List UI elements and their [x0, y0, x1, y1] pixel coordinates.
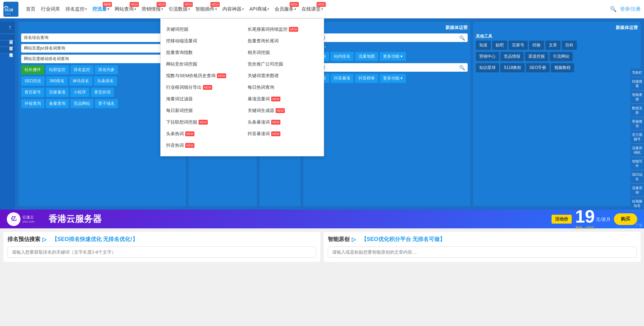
btn-shenma-rank[interactable]: 神马排名 [69, 76, 92, 86]
btn-zhidao[interactable]: 知道 [476, 41, 491, 50]
video-search[interactable]: 视频搜索 🔍 [306, 63, 468, 72]
nav-smart-plugin[interactable]: NEW 智能插件 ▾ [193, 0, 220, 18]
dropdown-item-batch-longtail[interactable]: 批量查询长尾词 [246, 35, 320, 47]
left-sidebar: ← 返回旧版 客服微信 官方视频号 [0, 18, 15, 210]
dropdown-item-mobile-traffic[interactable]: 挖移动端流量词 [164, 35, 239, 47]
nav-rank-monitor[interactable]: 排名监控 ▾ [63, 0, 90, 18]
btn-ppc-query[interactable]: 查竞价词 [91, 88, 114, 97]
pc-rank-search[interactable]: 网站百度pc排名词查询 🔍 [21, 44, 183, 53]
nav-home[interactable]: 首页 [23, 0, 38, 18]
dropdown-item-keyword-mining[interactable]: 关键词挖掘 [164, 24, 239, 35]
dropdown-item-toutiao-hot[interactable]: 头条热词 NEW [164, 128, 239, 140]
dropdown-item-douyin-surge[interactable]: 抖音暴涨词 NEW [246, 128, 320, 140]
nav-site-query[interactable]: NEW 网站查询 ▾ [112, 0, 139, 18]
btn-outlink[interactable]: 外链查询 [21, 99, 44, 108]
dropdown-item-longtail-monitor[interactable]: 长尾搜索词持续监控 NEW [246, 24, 320, 35]
rank-query-search[interactable]: 排名综合查询 🔍 [21, 33, 183, 42]
btn-douyin-rank[interactable]: 抖音榜单 [355, 74, 378, 83]
float-smart-search[interactable]: 智能累搜 [630, 90, 644, 104]
nav-api[interactable]: API商城 ▾ [247, 0, 272, 18]
btn-knowledge-planet[interactable]: 知识星球 [476, 63, 499, 72]
dropdown-item-batch-index[interactable]: 批量查询指数 [164, 47, 239, 58]
btn-baijia-surge[interactable]: 百家暴涨 [46, 88, 69, 97]
dropdown-item-industry-export[interactable]: 行业根词细分导出 NEW [164, 82, 239, 93]
sidebar-service[interactable]: 客服微信 [0, 41, 15, 47]
sidebar-back[interactable]: ← [0, 22, 15, 34]
float-seo-station[interactable]: SEO站长 [630, 170, 644, 184]
float-smart-write[interactable]: 智能写作 [630, 157, 644, 170]
dropdown-item-douyin-hot[interactable]: 抖音热词 NEW [164, 140, 239, 151]
dropdown-item-ppc-company[interactable]: 竞价推广公司挖掘 [246, 58, 320, 70]
sidebar-return[interactable]: 返回旧版 [0, 34, 15, 40]
float-service-wechat[interactable]: 客服微信 [630, 117, 644, 130]
btn-baijiahao2[interactable]: 百家号 [509, 41, 528, 50]
btn-channel-mining[interactable]: 渠道挖掘 [525, 52, 548, 61]
btn-wenku[interactable]: 文库 [545, 41, 560, 50]
btn-tieba[interactable]: 贴吧 [492, 41, 507, 50]
btn-360-rank[interactable]: 360排名 [46, 76, 68, 86]
btn-baike[interactable]: 百科 [562, 41, 577, 50]
btn-douyin-surge[interactable]: 抖音暴涨 [331, 74, 354, 83]
float-data-new[interactable]: 数据见新 [630, 104, 644, 117]
zhihu-search[interactable]: 知乎查询 🔍 [306, 33, 468, 42]
float-quick-search[interactable]: 快捷搜索 [630, 77, 644, 90]
dropdown-item-toutiao-surge[interactable]: 头条暴涨词 NEW [246, 116, 320, 128]
btn-station-plugin[interactable]: 站长播件 [21, 65, 44, 74]
banner-buy-button[interactable]: 购买 [614, 213, 637, 225]
btn-jingyan[interactable]: 经验 [529, 41, 544, 50]
btn-site-rank[interactable]: 站内排名 [331, 52, 354, 61]
btn-more-func2[interactable]: 更多功能 ▾ [380, 74, 406, 83]
btn-5118-tutorial[interactable]: 5118教程 [500, 63, 525, 72]
login-button[interactable]: 登录/注册 [620, 6, 641, 12]
btn-traffic-map[interactable]: 流量地图 [355, 52, 378, 61]
dropdown-item-keyword-demand[interactable]: 关键词需求图谱 [246, 70, 320, 82]
bottom-section: 排名预估搜索 ▷ 【SEO排名快速优化 无排名优化!】 智能原创 ▷ 【SEO优… [0, 228, 644, 265]
nav-course[interactable]: NEW 在线课堂 ▾ [299, 0, 326, 18]
dropdown-item-suggest-mining[interactable]: 下拉联想词挖掘 NEW [164, 116, 239, 128]
nav-industry[interactable]: 行业词库 [38, 0, 63, 18]
float-short-video[interactable]: 短视频知音 [630, 197, 644, 210]
btn-more-func1[interactable]: 更多功能 ▾ [380, 52, 406, 61]
nav-marketing[interactable]: NEW 营销情报 ▾ [139, 0, 166, 18]
search-icon[interactable]: 🔍 [610, 6, 617, 12]
dropdown-item-word-filter[interactable]: 海量词过滤器 [164, 93, 239, 105]
btn-station-cluster[interactable]: 站群监控 [46, 65, 69, 74]
dropdown-item-daily-new[interactable]: 每日新词挖掘 [164, 105, 239, 116]
seo-platform-link[interactable]: 【SEO优化积分平台 无排名可做】 [361, 236, 445, 243]
sidebar-official[interactable]: 官方视频号 [0, 47, 15, 53]
float-nav[interactable]: 导航栏 [630, 68, 644, 77]
float-traffic-marketing[interactable]: 流量营销 [630, 184, 644, 197]
dropdown-item-daily-hot[interactable]: 每日热词查询 [246, 82, 320, 93]
dropdown-item-surge-traffic[interactable]: 暴涨流量词 NEW [246, 93, 320, 105]
mobile-rank-search[interactable]: 网站百度移动排名词查询 🔍 [21, 55, 183, 63]
nav-member[interactable]: NEW 会员服务 ▾ [272, 0, 299, 18]
tools-row1: 知道 贴吧 百家号 经验 文库 百科 [476, 41, 638, 50]
nav-traffic[interactable]: NEW 挖流量 ▾ [90, 0, 112, 18]
btn-icp[interactable]: 备案查询 [46, 99, 69, 108]
btn-miniprogram[interactable]: 小程序 [70, 88, 89, 97]
dropdown-item-related-mining[interactable]: 相关词挖掘 [246, 47, 320, 58]
btn-competitor-intel[interactable]: 竞品情报 [500, 52, 524, 61]
btn-video-tutorial[interactable]: 视频教程 [551, 63, 574, 72]
dropdown-item-ppc-mining[interactable]: 网站竞价词挖掘 [164, 58, 239, 70]
btn-baijiahao[interactable]: 查百家号 [21, 88, 44, 97]
btn-toutiao-rank[interactable]: 头条排名 [94, 76, 117, 86]
btn-competitor[interactable]: 竞品网站 [70, 99, 93, 108]
rank-optimize-link[interactable]: 【SEO排名快速优化 无排名优化!】 [52, 236, 138, 243]
site-logo[interactable]: 5118 .com [3, 2, 20, 17]
btn-marketing-center[interactable]: 营销中心 [476, 52, 499, 61]
btn-rank-monitor[interactable]: 排名监控 [70, 65, 93, 74]
rank-estimate-input[interactable] [8, 246, 316, 258]
float-traffic-machine[interactable]: 流量营销机 [630, 144, 644, 157]
btn-rank-ref[interactable]: 排名内参 [95, 65, 118, 74]
float-official-video[interactable]: 官方视频号 [630, 130, 644, 144]
dropdown-item-keyword-generator[interactable]: 关键词生成器 NEW [246, 105, 320, 116]
dropdown-item-sem-history[interactable]: 指数与SEM价格历史查询 NEW [164, 70, 239, 82]
nav-traffic-data[interactable]: NEW 引流数据 ▾ [166, 0, 193, 18]
nav-content[interactable]: 内容神器 ▾ [220, 0, 247, 18]
btn-seo-handbook[interactable]: SEO手册 [526, 63, 550, 72]
btn-traffic-site[interactable]: 引流网站 [550, 52, 573, 61]
smart-original-input[interactable] [328, 246, 636, 258]
btn-seo-history[interactable]: SEO历史 [21, 76, 45, 86]
btn-subdomain[interactable]: 查子域名 [95, 99, 118, 108]
